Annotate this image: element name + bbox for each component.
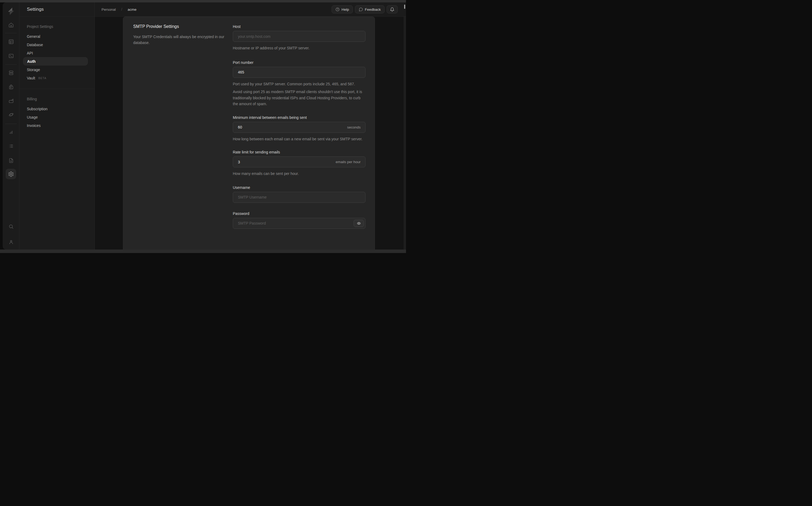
sidebar-item-sql-editor[interactable] — [3, 53, 19, 59]
icon-rail — [3, 2, 19, 250]
port-field-group: Port number Port used by your SMTP serve… — [233, 60, 365, 107]
desktop-bottom-strip — [0, 250, 406, 253]
nav-section-heading: Billing — [23, 97, 91, 101]
sidebar-item-storage[interactable] — [3, 98, 19, 104]
sidebar-item-authentication[interactable] — [3, 84, 19, 90]
account-button[interactable] — [3, 239, 19, 245]
rate-help-text: How many emails can be sent per hour. — [233, 171, 365, 177]
sidebar-item-api[interactable]: API — [23, 49, 91, 57]
eye-icon — [357, 221, 361, 225]
realtime-orbit-icon — [8, 112, 14, 117]
sidebar-item-realtime[interactable] — [3, 112, 19, 117]
rate-field-group: Rate limit for sending emails emails per… — [233, 150, 365, 177]
breadcrumb-project[interactable]: acme — [128, 7, 136, 11]
settings-nav: Project Settings General Database API Au… — [19, 17, 94, 130]
sidebar-item-table-editor[interactable] — [3, 38, 19, 45]
app-window: Settings Project Settings General Databa… — [3, 2, 406, 250]
supabase-logo[interactable] — [3, 7, 19, 15]
password-label: Password — [233, 211, 365, 216]
interval-input[interactable] — [233, 122, 365, 133]
topbar: Personal / acme Help Feedback — [95, 2, 406, 17]
password-input[interactable] — [233, 218, 365, 229]
sidebar-item-subscription[interactable]: Subscription — [23, 105, 91, 113]
sql-editor-icon — [8, 53, 14, 59]
sidebar-item-storage-settings[interactable]: Storage — [23, 66, 91, 74]
panel-description: Your SMTP Credentials will always be enc… — [133, 34, 229, 46]
username-label: Username — [233, 185, 365, 190]
username-field-group: Username — [233, 185, 365, 203]
user-icon — [8, 239, 14, 245]
feedback-button[interactable]: Feedback — [355, 5, 384, 13]
sidebar-item-settings-active[interactable] — [6, 169, 16, 179]
reveal-password-button[interactable] — [354, 220, 364, 227]
database-icon — [8, 70, 14, 76]
search-icon — [8, 224, 14, 229]
sidebar-item-reports[interactable] — [3, 129, 19, 135]
settings-sidebar: Settings Project Settings General Databa… — [19, 2, 95, 250]
username-input[interactable] — [233, 192, 365, 203]
port-input[interactable] — [233, 67, 365, 78]
search-button[interactable] — [3, 224, 19, 229]
panel-header: SMTP Provider Settings Your SMTP Credent… — [133, 24, 229, 46]
table-editor-icon — [8, 39, 14, 45]
panel-title: SMTP Provider Settings — [133, 24, 229, 29]
supabase-logo-icon — [7, 7, 14, 15]
help-button[interactable]: Help — [331, 5, 353, 13]
storage-icon — [8, 98, 14, 104]
feedback-bubble-icon — [359, 7, 363, 11]
host-label: Host — [233, 24, 365, 29]
smtp-settings-panel: SMTP Provider Settings Your SMTP Credent… — [123, 17, 375, 250]
nav-section-heading: Project Settings — [23, 24, 91, 29]
host-field-group: Host Hostname or IP address of your SMTP… — [233, 24, 365, 51]
notifications-button[interactable] — [387, 5, 398, 13]
auth-lock-icon — [8, 84, 14, 90]
port-label: Port number — [233, 60, 365, 65]
sidebar-header: Settings — [19, 2, 94, 17]
settings-gear-icon — [8, 171, 14, 177]
docs-file-icon — [8, 158, 14, 163]
sidebar-item-logs[interactable] — [3, 143, 19, 149]
interval-help-text: How long between each email can a new em… — [233, 136, 365, 142]
reports-chart-icon — [8, 130, 14, 135]
scrollbar-track[interactable] — [403, 17, 406, 250]
sidebar-item-home[interactable] — [3, 22, 19, 28]
spacer — [23, 89, 91, 97]
rate-label: Rate limit for sending emails — [233, 150, 365, 155]
feedback-button-label: Feedback — [365, 7, 381, 11]
desktop-top-strip — [0, 0, 406, 2]
sidebar-item-auth[interactable]: Auth — [23, 57, 88, 66]
interval-field-group: Minimum interval between emails being se… — [233, 115, 365, 142]
interval-label: Minimum interval between emails being se… — [233, 115, 365, 120]
rail-divider — [5, 64, 17, 65]
sidebar-item-vault[interactable]: Vault BETA — [23, 74, 91, 82]
rate-input[interactable] — [233, 156, 365, 167]
breadcrumb: Personal / acme — [101, 7, 136, 11]
sidebar-item-database[interactable] — [3, 70, 19, 76]
sidebar-item-auth-label: Auth — [27, 59, 36, 64]
breadcrumb-organization[interactable]: Personal — [101, 7, 116, 11]
topbar-actions: Help Feedback — [331, 5, 398, 13]
host-help-text: Hostname or IP address of your SMTP serv… — [233, 45, 365, 51]
port-help-text: Port used by your SMTP server. Common po… — [233, 81, 365, 87]
smtp-form: Host Hostname or IP address of your SMTP… — [233, 17, 365, 229]
help-button-label: Help — [342, 7, 349, 11]
sidebar-item-vault-label: Vault — [27, 76, 35, 80]
sidebar-item-docs[interactable] — [3, 158, 19, 163]
breadcrumb-separator: / — [121, 7, 122, 11]
sidebar-item-usage[interactable]: Usage — [23, 113, 91, 121]
sidebar-item-general[interactable]: General — [23, 32, 91, 40]
home-icon — [8, 22, 14, 28]
bell-icon — [390, 7, 394, 12]
host-input[interactable] — [233, 31, 365, 42]
sidebar-item-invoices[interactable]: Invoices — [23, 121, 91, 130]
sidebar-item-database-settings[interactable]: Database — [23, 40, 91, 49]
page-title: Settings — [27, 7, 44, 12]
password-field-group: Password — [233, 211, 365, 229]
beta-badge: BETA — [39, 76, 47, 80]
main-content: Personal / acme Help Feedback — [95, 2, 406, 250]
help-circle-icon — [336, 7, 340, 11]
logs-list-icon — [8, 143, 14, 149]
port-note-text: Avoid using port 25 as modern SMTP email… — [233, 89, 365, 107]
